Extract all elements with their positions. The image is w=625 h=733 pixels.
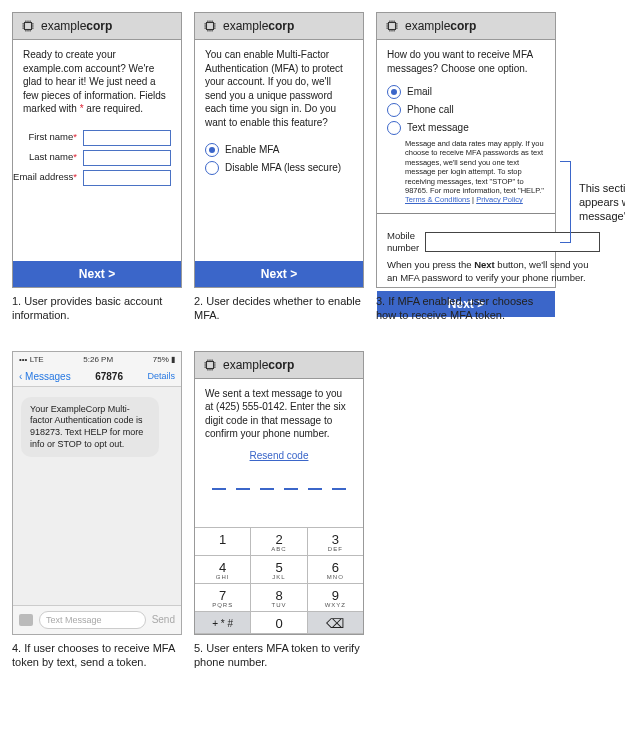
thread-title: 67876 (95, 371, 123, 382)
key-6[interactable]: 6MNO (308, 556, 363, 584)
first-name-input[interactable] (83, 130, 171, 146)
opt-phone-label: Phone call (407, 103, 454, 117)
key-5[interactable]: 5JKL (251, 556, 307, 584)
radio-icon (205, 161, 219, 175)
phone-mock: ••• LTE 5:26 PM 75% ▮ ‹ Messages 67876 D… (12, 351, 182, 635)
keypad: 1 2ABC 3DEF 4GHI 5JKL 6MNO 7PQRS 8TUV 9W… (195, 527, 363, 634)
radio-icon (387, 121, 401, 135)
step1-card: examplecorp Ready to create your example… (12, 12, 182, 288)
disable-mfa-label: Disable MFA (less secure) (225, 161, 341, 175)
send-button[interactable]: Send (152, 614, 175, 625)
brand-label: examplecorp (223, 19, 294, 33)
step5-caption: 5. User enters MFA token to verify phone… (194, 641, 364, 670)
mfa-email-option[interactable]: Email (387, 85, 545, 99)
svg-rect-0 (25, 23, 32, 30)
key-7[interactable]: 7PQRS (195, 584, 251, 612)
back-button[interactable]: ‹ Messages (19, 371, 71, 382)
key-backspace[interactable]: ⌫ (308, 612, 363, 634)
next-button[interactable]: Next > (195, 261, 363, 287)
resend-link[interactable]: Resend code (250, 450, 309, 461)
brand-label: examplecorp (223, 358, 294, 372)
enable-mfa-option[interactable]: Enable MFA (205, 143, 353, 157)
email-label: Email address* (13, 171, 77, 184)
status-bar: ••• LTE 5:26 PM 75% ▮ (13, 352, 181, 367)
chip-icon (21, 19, 35, 33)
opt-email-label: Email (407, 85, 432, 99)
step2-caption: 2. User decides whether to enable MFA. (194, 294, 364, 323)
first-name-label: First name* (28, 131, 77, 144)
opt-text-label: Text message (407, 121, 469, 135)
key-sym[interactable]: + * # (195, 612, 251, 634)
privacy-link[interactable]: Privacy Policy (476, 195, 523, 204)
key-8[interactable]: 8TUV (251, 584, 307, 612)
enable-mfa-label: Enable MFA (225, 143, 279, 157)
key-0[interactable]: 0 (251, 612, 307, 634)
key-3[interactable]: 3DEF (308, 528, 363, 556)
step1-caption: 1. User provides basic account informati… (12, 294, 182, 323)
key-4[interactable]: 4GHI (195, 556, 251, 584)
svg-rect-39 (207, 361, 214, 368)
chip-icon (203, 19, 217, 33)
last-name-label: Last name* (29, 151, 77, 164)
card-header: examplecorp (195, 13, 363, 40)
disable-mfa-option[interactable]: Disable MFA (less secure) (205, 161, 353, 175)
details-link[interactable]: Details (147, 371, 175, 381)
step5-card: examplecorp We sent a text message to yo… (194, 351, 364, 635)
step3-caption: 3. If MFA enabled, user chooses how to r… (376, 294, 556, 323)
key-2[interactable]: 2ABC (251, 528, 307, 556)
step5-intro: We sent a text message to you at (425) 5… (205, 387, 353, 441)
brand-label: examplecorp (41, 19, 112, 33)
fineprint: Message and data rates may apply. If you… (405, 139, 545, 205)
radio-icon (387, 103, 401, 117)
card-header: examplecorp (195, 352, 363, 379)
svg-rect-13 (207, 23, 214, 30)
step1-intro: Ready to create your example.com account… (23, 48, 171, 116)
message-input[interactable]: Text Message (39, 611, 146, 629)
step2-card: examplecorp You can enable Multi-Factor … (194, 12, 364, 288)
code-slots[interactable] (205, 474, 353, 490)
bracket-icon (560, 161, 571, 243)
last-name-input[interactable] (83, 150, 171, 166)
step4-caption: 4. If user chooses to receive MFA token … (12, 641, 182, 670)
svg-rect-26 (389, 23, 396, 30)
key-1[interactable]: 1 (195, 528, 251, 556)
messages-header: ‹ Messages 67876 Details (13, 367, 181, 387)
radio-selected-icon (387, 85, 401, 99)
card-header: examplecorp (13, 13, 181, 40)
brand-label: examplecorp (405, 19, 476, 33)
camera-icon[interactable] (19, 614, 33, 626)
next-button[interactable]: Next > (13, 261, 181, 287)
terms-link[interactable]: Terms & Conditions (405, 195, 470, 204)
step3-card: examplecorp How do you want to receive M… (376, 12, 556, 288)
step3-intro: How do you want to receive MFA messages?… (387, 48, 545, 75)
mfa-phone-option[interactable]: Phone call (387, 103, 545, 117)
sms-bubble: Your ExampleCorp Multi-factor Authentica… (21, 397, 159, 458)
chip-icon (203, 358, 217, 372)
key-9[interactable]: 9WXYZ (308, 584, 363, 612)
card-header: examplecorp (377, 13, 555, 40)
mobile-label: Mobile number (387, 230, 419, 256)
chip-icon (385, 19, 399, 33)
mfa-text-option[interactable]: Text message (387, 121, 545, 135)
annotation: This section only appears when 'Text mes… (579, 181, 625, 224)
radio-selected-icon (205, 143, 219, 157)
email-input[interactable] (83, 170, 171, 186)
step2-intro: You can enable Multi-Factor Authenticati… (205, 48, 353, 129)
